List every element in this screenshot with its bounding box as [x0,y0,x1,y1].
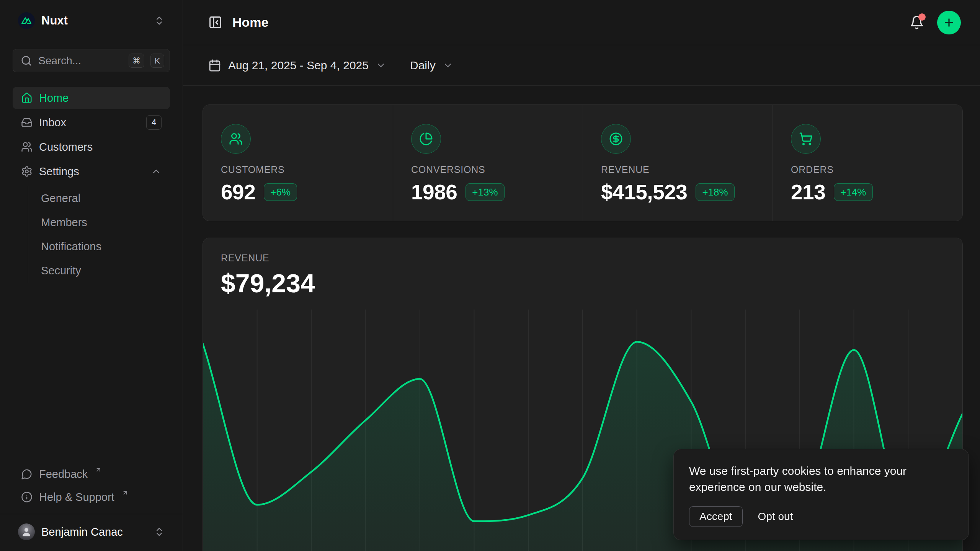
sidebar-item-security[interactable]: Security [28,259,170,283]
revenue-chart-label: REVENUE [221,253,944,264]
pie-chart-icon [411,124,441,154]
stat-value: 213 [791,180,825,204]
stat-delta-badge: +13% [466,183,504,201]
sidebar-item-members[interactable]: Members [28,210,170,235]
search-icon [21,55,32,67]
sidebar-item-settings[interactable]: Settings [13,160,170,183]
revenue-chart-total: $79,234 [221,268,944,298]
sidebar-item-label: General [41,192,80,205]
feedback-link[interactable]: Feedback [13,464,170,484]
stat-label: CONVERSIONS [411,164,565,175]
filters-toolbar: Aug 21, 2025 - Sep 4, 2025 Daily [183,45,980,86]
sidebar-item-label: Members [41,216,87,229]
date-range-picker[interactable]: Aug 21, 2025 - Sep 4, 2025 [208,59,386,72]
page-title: Home [232,15,268,30]
stat-value: 692 [221,180,255,204]
cookie-actions: Accept Opt out [689,506,953,527]
chevrons-up-down-icon [154,15,165,26]
accept-button[interactable]: Accept [689,506,743,527]
panel-left-close-icon[interactable] [208,15,222,29]
date-range-value: Aug 21, 2025 - Sep 4, 2025 [228,59,369,72]
sidebar-item-inbox[interactable]: Inbox 4 [13,111,170,134]
notification-dot [918,13,926,21]
kbd-meta: ⌘ [129,54,144,68]
chevrons-up-down-icon [154,527,165,537]
inbox-count-badge: 4 [146,115,162,130]
user-menu[interactable]: Benjamin Canac [13,514,170,543]
message-bubble-icon [21,468,33,480]
circle-dollar-icon [601,124,631,154]
stat-label: CUSTOMERS [221,164,375,175]
nuxt-logo-icon [18,12,35,29]
stat-orders[interactable]: ORDERS 213 +14% [773,105,962,221]
stat-delta-badge: +6% [264,183,297,201]
chevron-down-icon [443,60,453,71]
kbd-k: K [150,54,164,68]
sidebar-item-label: Notifications [41,240,101,253]
stat-delta-badge: +14% [834,183,872,201]
arrow-up-right-icon [95,466,102,473]
cookie-banner: We use first-party cookies to enhance yo… [673,449,969,540]
sidebar-item-notifications[interactable]: Notifications [28,235,170,259]
search-placeholder: Search... [38,55,122,67]
workspace-switcher[interactable]: Nuxt [13,9,170,32]
house-icon [21,92,33,104]
feedback-label: Feedback [39,468,88,481]
user-name: Benjamin Canac [41,526,123,538]
users-icon [21,141,33,153]
settings-submenu: General Members Notifications Security [28,186,170,283]
gear-icon [21,166,33,177]
header-actions [910,11,961,34]
stat-customers[interactable]: CUSTOMERS 692 +6% [203,105,393,221]
sidebar-item-label: Inbox [39,116,66,129]
opt-out-button[interactable]: Opt out [750,507,802,527]
workspace-name: Nuxt [41,14,68,28]
sidebar-item-label: Settings [39,165,79,178]
info-circle-icon [21,491,33,503]
stat-label: REVENUE [601,164,755,175]
stat-delta-badge: +18% [696,183,734,201]
users-icon [221,124,251,154]
shopping-cart-icon [791,124,821,154]
granularity-value: Daily [410,59,436,72]
sidebar-item-home[interactable]: Home [13,87,170,109]
inbox-icon [21,117,33,128]
sidebar: Nuxt Search... ⌘ K Home [0,0,183,551]
granularity-select[interactable]: Daily [410,59,453,72]
cookie-message: We use first-party cookies to enhance yo… [689,463,934,495]
sidebar-item-customers[interactable]: Customers [13,136,170,158]
notifications-button[interactable] [910,15,924,30]
sidebar-footer: Feedback Help & Support [13,464,170,507]
stat-value: 1986 [411,180,457,204]
sidebar-nav: Home Inbox 4 Customers Settings [13,87,170,283]
sidebar-item-label: Security [41,264,81,277]
revenue-chart-header: REVENUE $79,234 [203,238,962,298]
calendar-icon [208,59,221,72]
sidebar-item-general[interactable]: General [28,186,170,210]
search-input[interactable]: Search... ⌘ K [13,49,170,72]
stat-conversions[interactable]: CONVERSIONS 1986 +13% [393,105,583,221]
stat-label: ORDERS [791,164,944,175]
add-button[interactable] [937,11,961,34]
sidebar-spacer [13,283,170,464]
chevron-down-icon [376,60,386,71]
stat-value: $415,523 [601,180,687,204]
help-support-link[interactable]: Help & Support [13,487,170,507]
stat-revenue[interactable]: REVENUE $415,523 +18% [583,105,773,221]
avatar [18,523,35,540]
stats-card: CUSTOMERS 692 +6% CONVERSIONS 1986 +13% [203,104,963,221]
chevron-up-icon [151,166,162,177]
plus-icon [943,16,955,29]
page-header: Home [183,0,980,45]
arrow-up-right-icon [122,489,129,496]
sidebar-item-label: Customers [39,141,93,153]
sidebar-item-label: Home [39,92,69,104]
help-support-label: Help & Support [39,491,114,504]
